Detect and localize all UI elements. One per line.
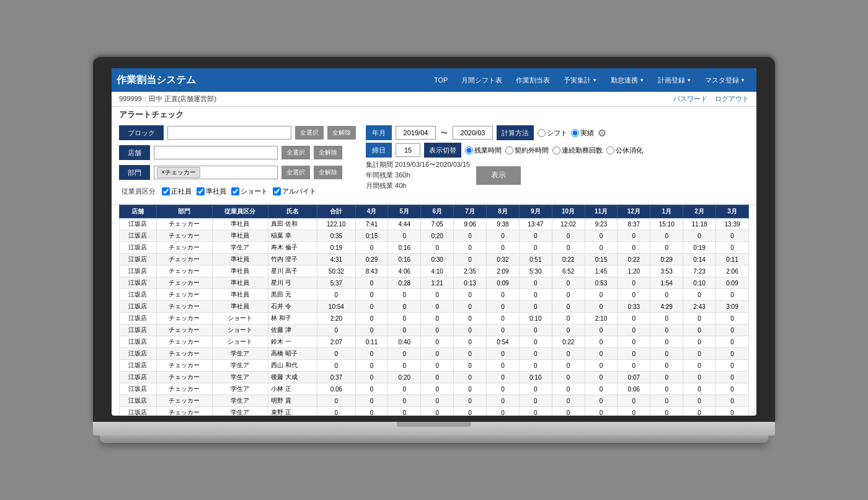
- table-cell: チェッカー: [156, 395, 212, 407]
- table-cell: 0: [317, 289, 355, 301]
- checkbox-regular[interactable]: [162, 187, 170, 195]
- table-cell: 0: [552, 360, 585, 372]
- radio-holiday-label[interactable]: 公休消化: [606, 146, 643, 155]
- radio-actual-label[interactable]: 実績: [571, 128, 594, 138]
- table-cell: 0: [716, 372, 749, 383]
- table-cell: 0: [618, 277, 650, 289]
- table-cell: 0: [388, 407, 421, 416]
- store-button[interactable]: 店舗: [119, 145, 150, 160]
- nav-task-assignment[interactable]: 作業割当表: [510, 72, 556, 89]
- table-cell: 学生ア: [212, 395, 268, 407]
- password-link[interactable]: パスワード: [673, 94, 707, 104]
- dept-button[interactable]: 部門: [119, 165, 150, 180]
- table-cell: 0: [585, 242, 618, 254]
- store-deselect-all[interactable]: 全解除: [314, 146, 342, 159]
- table-cell: 9:38: [486, 218, 519, 230]
- year-to-input[interactable]: [453, 126, 493, 140]
- table-cell: 0:51: [519, 254, 552, 266]
- chevron-down-icon: ▼: [686, 78, 691, 83]
- block-select-all[interactable]: 全選択: [295, 126, 324, 140]
- table-cell: 0:07: [618, 372, 650, 383]
- block-button[interactable]: ブロック: [119, 125, 164, 140]
- store-select-all[interactable]: 全選択: [281, 146, 310, 159]
- table-cell: チェッカー: [156, 230, 212, 242]
- table-cell: 2:20: [317, 313, 355, 324]
- display-button[interactable]: 表示: [476, 166, 521, 185]
- checkbox-regular-label[interactable]: 正社員: [162, 187, 192, 196]
- display-toggle-label: 表示切替: [424, 143, 461, 158]
- radio-holiday[interactable]: [606, 146, 614, 154]
- sub-header-right: パスワード ログアウト: [673, 94, 749, 104]
- checkbox-short-label[interactable]: ショート: [231, 187, 268, 196]
- dept-input-area[interactable]: ×チェッカー: [154, 166, 278, 179]
- table-cell: 0:29: [355, 254, 388, 266]
- radio-overtime[interactable]: [465, 146, 473, 154]
- table-cell: 準社員: [212, 266, 268, 277]
- logout-link[interactable]: ログアウト: [715, 94, 749, 104]
- table-cell: 石井 令: [268, 301, 317, 313]
- nav-attendance[interactable]: 勤怠連携 ▼: [604, 72, 650, 89]
- checkbox-short[interactable]: [231, 187, 239, 195]
- table-cell: 0:16: [388, 242, 421, 254]
- app-header: 作業割当システム TOP 月間シフト表 作業割当表 予実集計 ▼ 勤怠連携 ▼ …: [112, 68, 756, 92]
- radio-contract-over-label[interactable]: 契約外時間: [505, 146, 549, 155]
- table-cell: 0: [519, 277, 552, 289]
- table-cell: 0: [421, 301, 454, 313]
- block-deselect-all[interactable]: 全解除: [327, 126, 356, 140]
- table-cell: 0: [421, 336, 454, 348]
- table-cell: 束野 正: [268, 407, 317, 416]
- table-cell: 0: [388, 383, 421, 395]
- table-cell: 0: [317, 407, 355, 416]
- table-cell: 0: [683, 230, 716, 242]
- table-cell: 0:10: [519, 313, 552, 324]
- radio-shift[interactable]: [538, 129, 546, 137]
- table-cell: チェッカー: [156, 266, 212, 277]
- table-cell: 0: [650, 289, 683, 301]
- data-table: 店舗部門従業員区分氏名合計4月5月6月7月8月9月10月11月12月1月2月3月…: [119, 205, 749, 416]
- table-cell: 0: [421, 407, 454, 416]
- table-cell: 0: [552, 277, 585, 289]
- gear-icon-button[interactable]: ⚙: [598, 127, 606, 139]
- dept-select-all[interactable]: 全選択: [281, 166, 310, 179]
- table-cell: 黒田 元: [268, 289, 317, 301]
- table-cell: 0: [454, 313, 487, 324]
- nav-master[interactable]: マスタ登録 ▼: [699, 72, 751, 89]
- table-cell: 0: [716, 360, 749, 372]
- radio-actual[interactable]: [571, 129, 579, 137]
- nav-top[interactable]: TOP: [428, 72, 454, 89]
- table-cell: 佐藤 津: [268, 324, 317, 336]
- table-cell: 0: [388, 289, 421, 301]
- block-input[interactable]: [167, 126, 291, 140]
- table-cell: チェッカー: [156, 254, 212, 266]
- radio-continuous-label[interactable]: 連続勤務回数: [552, 146, 603, 155]
- radio-shift-label[interactable]: シフト: [538, 128, 567, 138]
- table-cell: 0: [683, 289, 716, 301]
- nav-plan[interactable]: 計画登録 ▼: [652, 72, 698, 89]
- checkbox-arbeit[interactable]: [273, 187, 281, 195]
- table-row: 江坂店チェッカーショート林 和子2:20000000:1002:100000: [120, 313, 749, 324]
- year-from-input[interactable]: [396, 126, 436, 140]
- nav-monthly-shift[interactable]: 月間シフト表: [455, 72, 508, 89]
- table-cell: 13:47: [519, 218, 552, 230]
- store-input[interactable]: [154, 146, 278, 159]
- table-cell: 0:53: [585, 277, 618, 289]
- radio-contract-over[interactable]: [505, 146, 513, 154]
- nav-forecast[interactable]: 予実集計 ▼: [557, 72, 603, 89]
- table-cell: 0: [618, 289, 650, 301]
- checkbox-part-label[interactable]: 準社員: [197, 187, 226, 196]
- table-cell: 0: [355, 277, 388, 289]
- radio-overtime-label[interactable]: 残業時間: [465, 146, 502, 155]
- table-cell: 3:53: [650, 266, 683, 277]
- checkbox-part[interactable]: [197, 187, 205, 195]
- table-cell: 0: [486, 230, 519, 242]
- page-title: アラートチェック: [112, 107, 756, 122]
- table-cell: 0: [650, 336, 683, 348]
- table-cell: 学生ア: [212, 407, 268, 416]
- radio-continuous[interactable]: [552, 146, 560, 154]
- table-cell: 0: [454, 395, 487, 407]
- dept-deselect-all[interactable]: 全解除: [314, 166, 342, 179]
- checkbox-arbeit-label[interactable]: アルバイト: [273, 187, 316, 196]
- table-cell: 0:15: [585, 254, 618, 266]
- table-cell: 0: [618, 324, 650, 336]
- holiday-input[interactable]: [396, 143, 420, 157]
